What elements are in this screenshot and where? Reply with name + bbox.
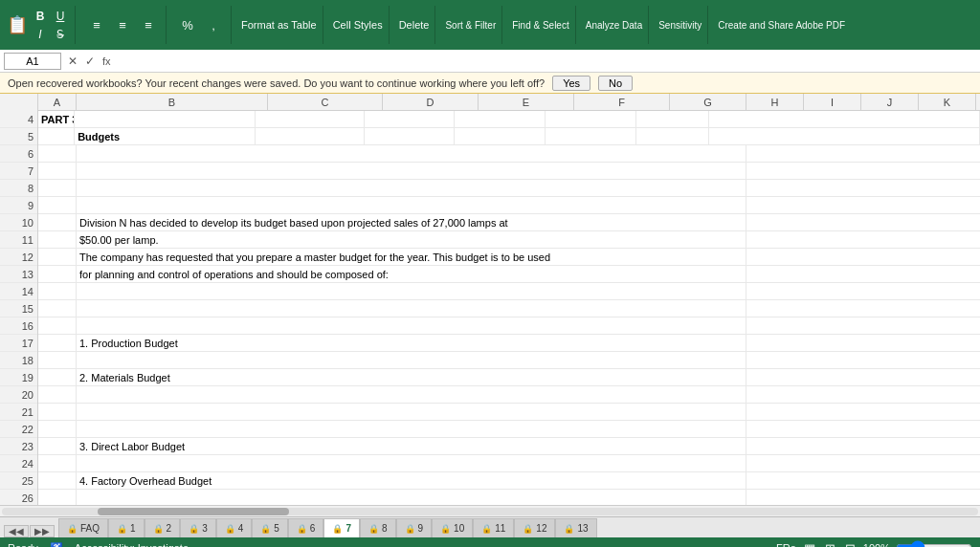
normal-view-button[interactable]: ▦: [802, 541, 817, 548]
create-share-button[interactable]: Create and Share Adobe PDF: [718, 20, 845, 31]
cell-a18[interactable]: [38, 352, 77, 369]
sheet-tab-11[interactable]: 🔒11: [473, 518, 514, 537]
col-header-f[interactable]: F: [574, 94, 670, 110]
page-layout-button[interactable]: ⊞: [823, 541, 837, 548]
col-header-i[interactable]: I: [804, 94, 861, 110]
format-as-table-button[interactable]: Format as Table: [241, 19, 317, 31]
cell-a9[interactable]: [38, 197, 77, 214]
cell-b26[interactable]: [77, 490, 746, 505]
cell-a6[interactable]: [38, 145, 77, 163]
cell-g5[interactable]: [636, 128, 709, 145]
cell-c4[interactable]: [256, 111, 365, 128]
cell-g4[interactable]: [636, 111, 709, 128]
tab-next-button[interactable]: ▶▶: [30, 525, 55, 537]
italic-button[interactable]: I: [32, 26, 49, 43]
cell-b15[interactable]: [77, 300, 746, 317]
sheet-tab-5[interactable]: 🔒5: [252, 518, 288, 537]
sheet-tab-faq[interactable]: 🔒FAQ: [58, 518, 108, 537]
sheet-tab-1[interactable]: 🔒1: [108, 518, 145, 537]
cell-b21[interactable]: [77, 404, 746, 421]
cell-a7[interactable]: [38, 163, 77, 180]
cell-a17[interactable]: [38, 335, 77, 352]
cell-f5[interactable]: [546, 128, 636, 145]
col-header-j[interactable]: J: [861, 94, 919, 110]
sheet-tab-3[interactable]: 🔒3: [180, 518, 216, 537]
cell-a4[interactable]: PART 3: [38, 111, 75, 128]
cell-b8[interactable]: [77, 180, 746, 197]
confirm-formula-button[interactable]: ✓: [82, 55, 98, 68]
cell-a16[interactable]: [38, 317, 77, 335]
cell-a22[interactable]: [38, 421, 77, 438]
cell-b17[interactable]: 1. Production Budget: [77, 335, 746, 352]
cell-b25[interactable]: 4. Factory Overhead Budget: [77, 472, 746, 490]
col-header-a[interactable]: A: [38, 94, 77, 110]
underline-button[interactable]: U: [52, 8, 69, 25]
cell-a15[interactable]: [38, 300, 77, 317]
analyze-data-button[interactable]: Analyze Data: [586, 20, 642, 31]
cell-b16[interactable]: [77, 317, 746, 335]
cell-a24[interactable]: [38, 455, 77, 472]
col-header-b[interactable]: B: [77, 94, 268, 110]
cell-b24[interactable]: [77, 455, 746, 472]
col-header-g[interactable]: G: [670, 94, 746, 110]
bold-button[interactable]: B: [32, 8, 49, 25]
cell-h5[interactable]: [709, 128, 980, 145]
align-center-icon[interactable]: ≡: [111, 13, 134, 36]
delete-button[interactable]: Delete: [399, 19, 430, 31]
align-left-icon[interactable]: ≡: [85, 13, 108, 36]
cell-a8[interactable]: [38, 180, 77, 197]
cell-d5[interactable]: [365, 128, 456, 145]
formula-input[interactable]: [118, 55, 976, 67]
cell-b14[interactable]: [77, 283, 746, 300]
sheet-tab-9[interactable]: 🔒9: [396, 518, 433, 537]
cell-a14[interactable]: [38, 283, 77, 300]
cell-b6[interactable]: [77, 145, 746, 163]
cell-h4[interactable]: [709, 111, 980, 128]
cell-d4[interactable]: [365, 111, 456, 128]
cell-b18[interactable]: [77, 352, 746, 369]
no-button[interactable]: No: [598, 76, 633, 91]
cancel-formula-button[interactable]: ✕: [65, 55, 80, 68]
cell-styles-button[interactable]: Cell Styles: [333, 19, 383, 31]
col-header-h[interactable]: H: [746, 94, 804, 110]
cell-a5[interactable]: [38, 128, 75, 145]
cell-a20[interactable]: [38, 386, 77, 404]
sheet-tab-10[interactable]: 🔒10: [432, 518, 473, 537]
cell-b13[interactable]: for planning and control of operations a…: [77, 266, 746, 283]
cell-b20[interactable]: [77, 386, 746, 404]
page-break-button[interactable]: ⊟: [843, 541, 858, 548]
strikethrough-button[interactable]: S̶: [52, 26, 69, 43]
sheet-tab-4[interactable]: 🔒4: [216, 518, 253, 537]
cell-a12[interactable]: [38, 249, 77, 266]
col-header-e[interactable]: E: [479, 94, 574, 110]
tab-prev-button[interactable]: ◀◀: [4, 525, 29, 537]
sheet-tab-7[interactable]: 🔒7: [323, 518, 360, 537]
accessibility-status[interactable]: Accessibility: Investigate: [75, 542, 189, 547]
cell-b5[interactable]: Budgets: [75, 128, 256, 145]
cell-b10[interactable]: Division N has decided to develop its bu…: [77, 214, 746, 231]
cell-b4[interactable]: [75, 111, 256, 128]
sheet-tab-13[interactable]: 🔒13: [555, 518, 596, 537]
comma-icon[interactable]: ,: [202, 13, 225, 36]
cell-b19[interactable]: 2. Materials Budget: [77, 369, 746, 386]
yes-button[interactable]: Yes: [552, 76, 590, 91]
sort-filter-button[interactable]: Sort & Filter: [445, 20, 496, 31]
cell-a26[interactable]: [38, 490, 77, 505]
cell-a23[interactable]: [38, 438, 77, 455]
cell-b9[interactable]: [77, 197, 746, 214]
scroll-thumb[interactable]: [98, 508, 289, 515]
cell-reference-input[interactable]: [4, 53, 61, 70]
percent-icon[interactable]: %: [176, 13, 199, 36]
cell-a13[interactable]: [38, 266, 77, 283]
cell-a11[interactable]: [38, 231, 77, 249]
align-right-icon[interactable]: ≡: [137, 13, 160, 36]
cell-a25[interactable]: [38, 472, 77, 490]
zoom-slider[interactable]: [896, 540, 972, 547]
cell-a21[interactable]: [38, 404, 77, 421]
find-select-button[interactable]: Find & Select: [512, 20, 568, 31]
cell-a19[interactable]: [38, 369, 77, 386]
col-header-k[interactable]: K: [919, 94, 976, 110]
cell-c5[interactable]: [256, 128, 365, 145]
col-header-c[interactable]: C: [268, 94, 383, 110]
cell-b7[interactable]: [77, 163, 746, 180]
